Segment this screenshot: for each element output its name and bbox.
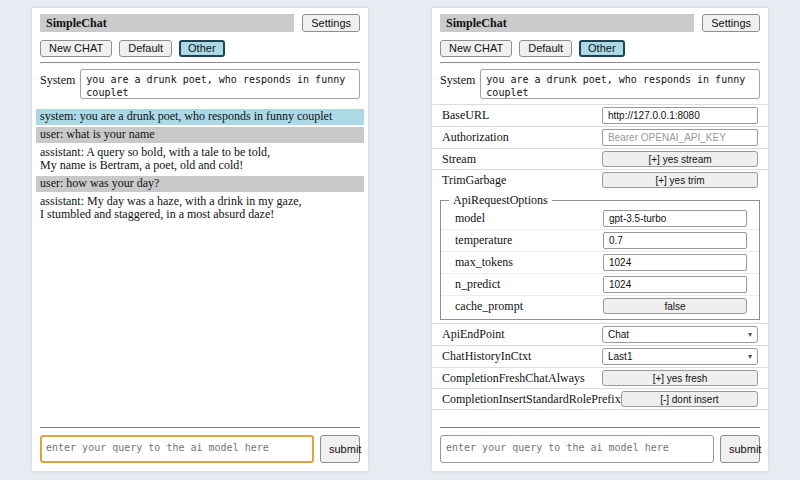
completion-insert-standard-role-prefix-label: CompletionInsertStandardRolePrefix <box>442 392 621 407</box>
chat-message-assistant: assistant: A query so bold, with a tale … <box>36 145 364 174</box>
system-prompt-input[interactable]: you are a drunk poet, who responds in fu… <box>480 69 760 99</box>
system-prompt-label: System <box>440 69 475 99</box>
model-label: model <box>455 211 485 226</box>
session-toolbar: New CHAT Default Other <box>40 40 360 57</box>
submit-button[interactable]: submit <box>320 435 360 463</box>
setting-row-trim-garbage: TrimGarbage [+] yes trim <box>432 169 768 190</box>
temperature-label: temperature <box>455 233 512 248</box>
settings-button[interactable]: Settings <box>702 14 760 32</box>
divider <box>440 62 760 63</box>
setting-row-cache-prompt: cache_prompt false <box>441 295 759 316</box>
panel-header: SimpleChat Settings <box>440 14 760 32</box>
query-input[interactable] <box>40 435 314 463</box>
authorization-input[interactable] <box>602 129 758 146</box>
setting-row-completion-insert-standard-role-prefix: CompletionInsertStandardRolePrefix [-] d… <box>432 388 768 410</box>
chat-panel: SimpleChat Settings New CHAT Default Oth… <box>32 8 368 471</box>
system-prompt-label: System <box>40 69 75 99</box>
setting-row-base-url: BaseURL <box>432 104 768 126</box>
api-endpoint-label: ApiEndPoint <box>442 327 505 342</box>
new-chat-button[interactable]: New CHAT <box>440 40 512 57</box>
new-chat-button[interactable]: New CHAT <box>40 40 112 57</box>
authorization-label: Authorization <box>442 130 509 145</box>
setting-row-model: model <box>441 208 759 229</box>
divider <box>40 427 360 428</box>
trim-garbage-toggle-button[interactable]: [+] yes trim <box>602 172 758 188</box>
query-input[interactable] <box>440 435 714 463</box>
session-toolbar: New CHAT Default Other <box>440 40 760 57</box>
system-prompt-row: System you are a drunk poet, who respond… <box>440 69 760 99</box>
setting-row-n-predict: n_predict <box>441 273 759 295</box>
chat-message-user: user: how was your day? <box>36 176 364 192</box>
chat-log: system: you are a drunk poet, who respon… <box>36 109 364 223</box>
stream-toggle-button[interactable]: [+] yes stream <box>602 151 758 167</box>
divider <box>440 427 760 428</box>
chat-history-selected-value: Last1 <box>608 351 632 362</box>
query-area: submit <box>32 427 368 463</box>
chat-message-user: user: what is your name <box>36 127 364 143</box>
chat-message-system: system: you are a drunk poet, who respon… <box>36 109 364 125</box>
settings-button[interactable]: Settings <box>302 14 360 32</box>
app-title: SimpleChat <box>40 14 294 32</box>
chat-history-in-ctxt-select[interactable]: Last1 ▾ <box>602 348 758 365</box>
chat-history-in-ctxt-label: ChatHistoryInCtxt <box>442 349 531 364</box>
setting-row-max-tokens: max_tokens <box>441 251 759 273</box>
base-url-input[interactable] <box>602 107 758 124</box>
chat-message-assistant: assistant: My day was a haze, with a dri… <box>36 194 364 223</box>
system-prompt-input[interactable]: you are a drunk poet, who responds in fu… <box>80 69 360 99</box>
settings-panel: SimpleChat Settings New CHAT Default Oth… <box>432 8 768 471</box>
model-input[interactable] <box>603 210 747 227</box>
temperature-input[interactable] <box>603 232 747 249</box>
cache-prompt-label: cache_prompt <box>455 299 523 314</box>
base-url-label: BaseURL <box>442 108 489 123</box>
completion-fresh-chat-always-label: CompletionFreshChatAlways <box>442 371 585 386</box>
api-endpoint-selected-value: Chat <box>608 329 629 340</box>
api-endpoint-select[interactable]: Chat ▾ <box>602 326 758 343</box>
submit-button[interactable]: submit <box>720 435 760 463</box>
setting-row-completion-fresh-chat-always: CompletionFreshChatAlways [+] yes fresh <box>432 367 768 388</box>
stream-label: Stream <box>442 152 476 167</box>
api-request-options-legend: ApiRequestOptions <box>449 193 552 208</box>
trim-garbage-label: TrimGarbage <box>442 173 506 188</box>
session-tab-other[interactable]: Other <box>179 40 225 57</box>
setting-row-authorization: Authorization <box>432 126 768 148</box>
panel-header: SimpleChat Settings <box>40 14 360 32</box>
max-tokens-input[interactable] <box>603 254 747 271</box>
cache-prompt-toggle-button[interactable]: false <box>603 298 747 314</box>
divider <box>40 62 360 63</box>
session-tab-default[interactable]: Default <box>119 40 172 57</box>
completion-fresh-chat-always-toggle-button[interactable]: [+] yes fresh <box>602 370 758 386</box>
session-tab-default[interactable]: Default <box>519 40 572 57</box>
chevron-down-icon: ▾ <box>748 331 752 339</box>
setting-row-temperature: temperature <box>441 229 759 251</box>
max-tokens-label: max_tokens <box>455 255 513 270</box>
system-prompt-row: System you are a drunk poet, who respond… <box>40 69 360 99</box>
n-predict-label: n_predict <box>455 277 500 292</box>
chevron-down-icon: ▾ <box>748 353 752 361</box>
api-request-options-fieldset: ApiRequestOptions model temperature max_… <box>440 193 760 320</box>
app-title: SimpleChat <box>440 14 694 32</box>
settings-form: BaseURL Authorization Stream [+] yes str… <box>432 104 768 410</box>
n-predict-input[interactable] <box>603 276 747 293</box>
setting-row-stream: Stream [+] yes stream <box>432 148 768 169</box>
setting-row-api-endpoint: ApiEndPoint Chat ▾ <box>432 323 768 345</box>
query-area: submit <box>432 427 768 463</box>
session-tab-other[interactable]: Other <box>579 40 625 57</box>
completion-insert-standard-role-prefix-toggle-button[interactable]: [-] dont insert <box>621 391 758 407</box>
setting-row-chat-history-in-ctxt: ChatHistoryInCtxt Last1 ▾ <box>432 345 768 367</box>
